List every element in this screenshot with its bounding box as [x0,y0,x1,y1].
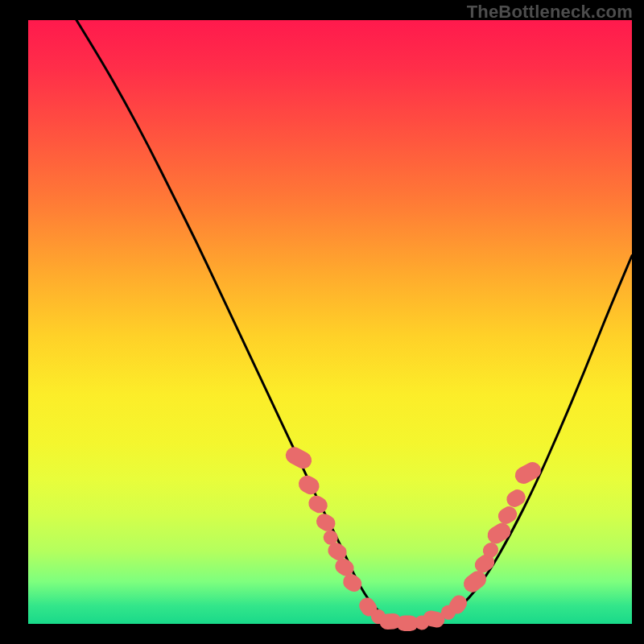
marker-capsule [306,493,330,515]
chart-svg [28,20,632,624]
chart-frame: TheBottleneck.com [0,0,644,644]
marker-capsule [295,473,322,497]
marker-capsule [512,459,544,486]
bottleneck-curve [76,20,632,623]
marker-capsule [283,444,315,472]
marker-capsule [485,520,514,547]
plot-area [28,20,632,624]
curve-layer [76,20,632,623]
marker-layer [283,444,544,631]
